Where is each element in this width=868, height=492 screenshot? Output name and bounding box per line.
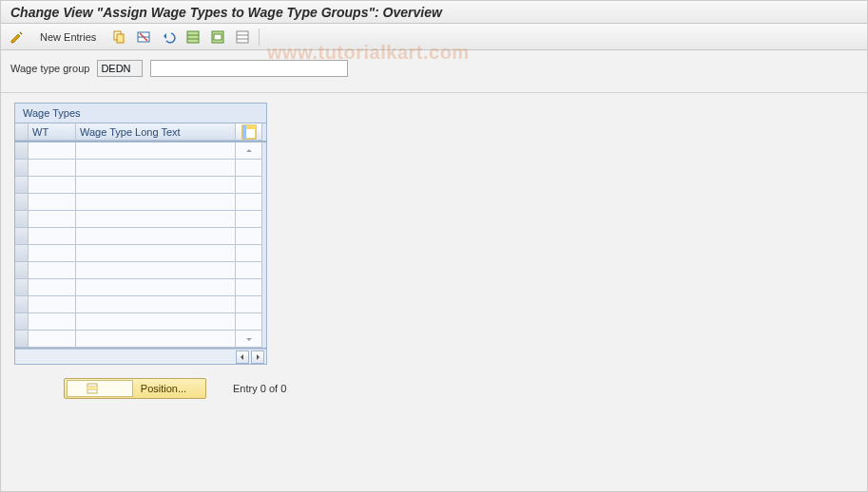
cell-wt[interactable] — [29, 211, 76, 228]
undo-icon — [161, 29, 176, 45]
cell-wt[interactable] — [29, 142, 76, 160]
svg-rect-10 — [237, 31, 248, 43]
row-selector[interactable] — [15, 228, 29, 245]
cell-long-text[interactable] — [76, 160, 236, 177]
new-entries-label: New Entries — [40, 31, 96, 43]
cell-long-text[interactable] — [76, 296, 236, 313]
vscroll-track[interactable] — [236, 211, 262, 228]
page-title: Change View "Assign Wage Types to Wage T… — [1, 1, 867, 24]
cell-wt[interactable] — [29, 279, 76, 296]
svg-rect-15 — [242, 125, 246, 139]
copy-as-button[interactable] — [108, 28, 129, 47]
content-area: Wage Types WT Wage Type Long Text — [1, 93, 867, 399]
row-selector[interactable] — [15, 194, 29, 211]
vscroll-track[interactable] — [236, 228, 262, 245]
wage-type-group-code-input[interactable] — [97, 60, 143, 77]
cell-long-text[interactable] — [76, 313, 236, 331]
undo-change-button[interactable] — [158, 28, 179, 47]
row-selector[interactable] — [15, 245, 29, 262]
position-button[interactable]: Position... — [64, 378, 206, 399]
change-display-toggle-button[interactable] — [7, 28, 28, 47]
row-selector[interactable] — [15, 142, 29, 160]
cell-long-text[interactable] — [76, 331, 236, 348]
cell-long-text[interactable] — [76, 245, 236, 262]
toolbar-separator — [259, 28, 260, 46]
row-selector[interactable] — [15, 211, 29, 228]
position-button-label: Position... — [139, 383, 203, 394]
cell-long-text[interactable] — [76, 279, 236, 296]
cell-wt[interactable] — [29, 296, 76, 313]
cell-wt[interactable] — [29, 245, 76, 262]
copy-icon — [111, 29, 126, 45]
row-selector[interactable] — [15, 160, 29, 177]
hscroll-left-button[interactable] — [236, 350, 249, 364]
toolbar: New Entries — [1, 24, 867, 50]
cell-long-text[interactable] — [76, 262, 236, 279]
cell-wt[interactable] — [29, 160, 76, 177]
cell-long-text[interactable] — [76, 177, 236, 194]
vscroll-track[interactable] — [236, 245, 262, 262]
vscroll-down-button[interactable] — [236, 331, 262, 348]
cell-wt[interactable] — [29, 228, 76, 245]
row-selector[interactable] — [15, 177, 29, 194]
cell-long-text[interactable] — [76, 142, 236, 160]
col-header-long-text[interactable]: Wage Type Long Text — [76, 123, 236, 141]
cell-wt[interactable] — [29, 313, 76, 331]
vscroll-up-button[interactable] — [236, 142, 262, 160]
delete-row-icon — [136, 29, 151, 45]
cell-long-text[interactable] — [76, 228, 236, 245]
vscroll-track[interactable] — [236, 296, 262, 313]
select-all-icon — [185, 29, 201, 45]
pencil-glasses-icon — [10, 29, 25, 45]
cell-wt[interactable] — [29, 177, 76, 194]
hscroll-bar — [15, 349, 266, 364]
select-block-button[interactable] — [207, 28, 228, 47]
wage-type-group-label: Wage type group — [10, 63, 89, 74]
vscroll-track[interactable] — [236, 279, 262, 296]
svg-rect-1 — [117, 34, 124, 43]
select-all-button[interactable] — [183, 28, 203, 47]
table-caption: Wage Types — [15, 104, 266, 123]
footer-row: Position... Entry 0 of 0 — [14, 365, 867, 399]
delete-button[interactable] — [133, 28, 154, 47]
row-selector[interactable] — [15, 279, 29, 296]
select-block-icon — [210, 29, 225, 45]
row-selector-header[interactable] — [15, 123, 29, 141]
position-icon — [67, 380, 133, 397]
row-selector[interactable] — [15, 331, 29, 348]
vscroll-track[interactable] — [236, 313, 262, 331]
hscroll-right-button[interactable] — [251, 350, 264, 364]
filter-bar: Wage type group — [1, 50, 867, 93]
cell-wt[interactable] — [29, 262, 76, 279]
vscroll-track[interactable] — [236, 194, 262, 211]
cell-wt[interactable] — [29, 331, 76, 348]
row-selector[interactable] — [15, 296, 29, 313]
vscroll-track[interactable] — [236, 177, 262, 194]
svg-rect-9 — [214, 34, 222, 40]
cell-long-text[interactable] — [76, 194, 236, 211]
deselect-all-button[interactable] — [232, 28, 253, 47]
svg-rect-19 — [87, 387, 97, 389]
row-selector[interactable] — [15, 262, 29, 279]
cell-long-text[interactable] — [76, 211, 236, 228]
svg-rect-5 — [187, 31, 199, 43]
deselect-all-icon — [235, 29, 250, 45]
new-entries-button[interactable]: New Entries — [31, 28, 105, 47]
cell-wt[interactable] — [29, 194, 76, 211]
wage-types-table: Wage Types WT Wage Type Long Text — [14, 103, 267, 365]
col-header-wt[interactable]: WT — [29, 123, 76, 141]
row-selector[interactable] — [15, 313, 29, 331]
entry-count-label: Entry 0 of 0 — [233, 383, 286, 394]
table-settings-button[interactable] — [236, 123, 262, 141]
vscroll-track[interactable] — [236, 160, 262, 177]
wage-type-group-desc-input[interactable] — [150, 60, 348, 77]
vscroll-track[interactable] — [236, 262, 262, 279]
table-settings-icon — [241, 124, 257, 140]
